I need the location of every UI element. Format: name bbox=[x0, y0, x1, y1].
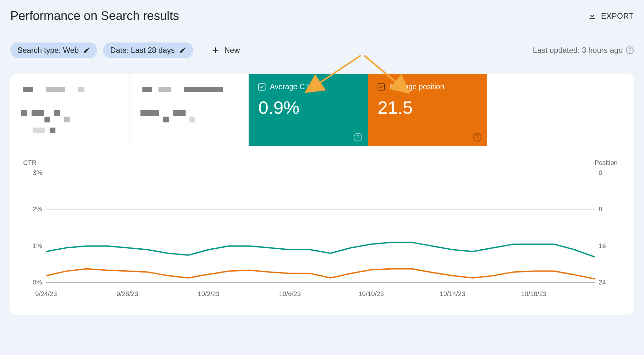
export-label: EXPORT bbox=[601, 12, 634, 21]
svg-text:2%: 2% bbox=[33, 206, 42, 213]
search-type-chip[interactable]: Search type: Web bbox=[10, 43, 97, 58]
svg-text:10/10/23: 10/10/23 bbox=[359, 290, 384, 297]
checkbox-icon bbox=[258, 83, 265, 91]
page-header: Performance on Search results EXPORT bbox=[10, 9, 634, 32]
line-chart: 0%241%162%83%09/24/239/28/2310/2/2310/6/… bbox=[23, 167, 618, 302]
metric-card-ctr[interactable]: Average CTR 0.9% ? bbox=[249, 74, 368, 146]
svg-text:10/2/23: 10/2/23 bbox=[198, 290, 220, 297]
metric-card-position[interactable]: Average position 21.5 ? bbox=[368, 74, 487, 146]
ctr-value: 0.9% bbox=[258, 97, 358, 118]
left-axis-label: CTR bbox=[23, 159, 36, 167]
help-icon[interactable]: ? bbox=[354, 133, 362, 141]
svg-text:16: 16 bbox=[599, 242, 606, 249]
page-title: Performance on Search results bbox=[10, 9, 179, 23]
svg-text:1%: 1% bbox=[33, 242, 42, 249]
svg-text:10/14/23: 10/14/23 bbox=[440, 290, 465, 297]
right-axis-label: Position bbox=[595, 159, 618, 167]
date-range-label: Date: Last 28 days bbox=[110, 46, 175, 55]
svg-text:9/28/23: 9/28/23 bbox=[116, 290, 138, 297]
search-type-label: Search type: Web bbox=[17, 46, 79, 55]
svg-text:3%: 3% bbox=[33, 169, 42, 176]
download-icon bbox=[588, 12, 597, 21]
position-label: Average position bbox=[389, 82, 444, 91]
date-range-chip[interactable]: Date: Last 28 days bbox=[103, 43, 193, 58]
plus-icon bbox=[211, 46, 220, 54]
metric-cards: Average CTR 0.9% ? Average position 21.5… bbox=[10, 74, 634, 146]
help-icon[interactable]: ? bbox=[626, 46, 634, 54]
chart-area: CTR Position 0%241%162%83%09/24/239/28/2… bbox=[10, 146, 634, 315]
svg-text:24: 24 bbox=[599, 279, 606, 286]
new-filter-button[interactable]: New bbox=[207, 43, 244, 58]
performance-panel: Average CTR 0.9% ? Average position 21.5… bbox=[10, 74, 634, 315]
metric-card-impressions[interactable] bbox=[130, 74, 249, 146]
pencil-icon bbox=[179, 47, 186, 54]
new-label: New bbox=[224, 46, 240, 55]
filter-row: Search type: Web Date: Last 28 days New … bbox=[10, 32, 634, 74]
svg-text:8: 8 bbox=[599, 206, 602, 213]
last-updated: Last updated: 3 hours ago ? bbox=[533, 46, 634, 55]
svg-text:10/6/23: 10/6/23 bbox=[279, 290, 301, 297]
help-icon[interactable]: ? bbox=[473, 133, 481, 141]
export-button[interactable]: EXPORT bbox=[588, 12, 634, 21]
pencil-icon bbox=[83, 47, 90, 54]
svg-text:0: 0 bbox=[599, 169, 602, 176]
ctr-label: Average CTR bbox=[270, 82, 315, 91]
svg-text:9/24/23: 9/24/23 bbox=[35, 290, 57, 297]
checkbox-icon bbox=[378, 83, 385, 91]
metric-card-clicks[interactable] bbox=[10, 74, 130, 146]
position-value: 21.5 bbox=[378, 97, 477, 118]
svg-text:0%: 0% bbox=[33, 279, 42, 286]
last-updated-text: Last updated: 3 hours ago bbox=[533, 46, 623, 55]
svg-text:10/18/23: 10/18/23 bbox=[521, 290, 546, 297]
